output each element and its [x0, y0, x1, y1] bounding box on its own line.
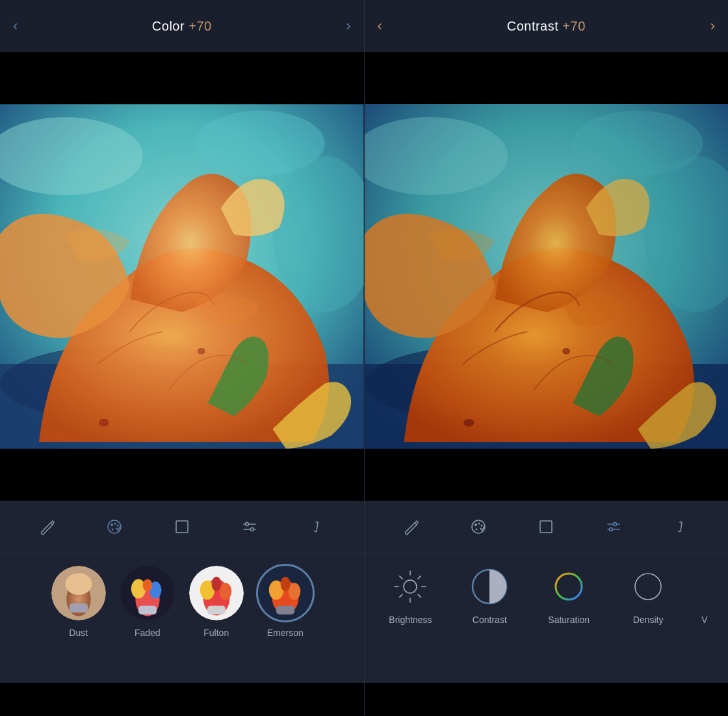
svg-line-66	[418, 594, 421, 597]
right-title-value: +70	[562, 19, 585, 33]
sliders-icon[interactable]	[235, 512, 264, 541]
adjust-v[interactable]: V	[695, 564, 714, 625]
svg-point-70	[556, 574, 582, 600]
svg-line-65	[400, 576, 402, 579]
svg-point-17	[245, 523, 248, 526]
adjust-density[interactable]: Density	[616, 564, 681, 625]
left-header: ‹ Color +70 ›	[0, 0, 364, 52]
right-black-bar-bottom	[365, 449, 729, 501]
left-bottom-panel: Dust Faded	[0, 553, 364, 683]
svg-rect-34	[207, 606, 226, 615]
svg-point-47	[463, 419, 474, 427]
right-nav-prev[interactable]: ‹	[378, 18, 382, 34]
svg-point-21	[65, 573, 92, 595]
filter-fulton-circle	[187, 564, 246, 622]
svg-point-9	[110, 524, 113, 526]
svg-point-6	[99, 419, 109, 427]
svg-point-32	[219, 583, 231, 600]
svg-point-48	[562, 348, 570, 354]
svg-point-51	[478, 523, 480, 525]
canvas-icon[interactable]	[168, 512, 196, 541]
right-flower-image	[365, 104, 729, 449]
left-flower-svg	[0, 104, 364, 449]
right-panel: ‹ Contrast +70 ›	[365, 0, 729, 716]
svg-point-53	[480, 528, 482, 530]
saturation-icon-wrapper	[546, 564, 592, 609]
right-header: ‹ Contrast +70 ›	[365, 0, 729, 52]
left-flower-image	[0, 104, 364, 449]
density-svg	[629, 567, 668, 606]
adjust-saturation[interactable]: Saturation	[536, 564, 601, 625]
svg-point-54	[476, 529, 478, 531]
svg-point-7	[198, 348, 205, 354]
text-icon[interactable]	[303, 512, 332, 541]
filter-faded[interactable]: Faded	[118, 564, 177, 638]
right-bottom-panel: Brightness Contrast	[365, 553, 729, 683]
svg-rect-14	[176, 521, 188, 533]
contrast-svg	[467, 564, 512, 609]
svg-point-10	[114, 523, 116, 525]
filter-faded-label: Faded	[135, 628, 161, 638]
svg-point-60	[404, 580, 417, 593]
filter-fulton-label: Fulton	[203, 628, 229, 638]
svg-point-12	[116, 528, 118, 530]
svg-point-8	[108, 520, 121, 533]
svg-point-27	[142, 579, 152, 592]
filter-fulton[interactable]: Fulton	[187, 564, 246, 638]
right-panel-title: Contrast +70	[507, 19, 586, 34]
svg-point-52	[481, 525, 483, 527]
svg-point-71	[635, 574, 661, 600]
v-label: V	[701, 615, 707, 625]
saturation-label: Saturation	[548, 615, 590, 625]
filter-emerson-circle	[256, 564, 315, 622]
brightness-svg	[391, 567, 430, 606]
density-label: Density	[633, 615, 664, 625]
left-nav-prev[interactable]: ‹	[13, 18, 18, 34]
right-brush-icon[interactable]	[396, 512, 425, 541]
brush-icon[interactable]	[32, 512, 61, 541]
left-panel-title: Color +70	[152, 19, 212, 34]
left-black-bar-bottom	[0, 449, 364, 501]
right-sliders-icon[interactable]	[599, 512, 628, 541]
left-toolbar	[0, 501, 364, 553]
left-title-text: Color	[152, 19, 185, 33]
brightness-icon-wrapper	[387, 564, 433, 609]
filter-row: Dust Faded	[49, 564, 315, 638]
svg-point-39	[280, 577, 290, 591]
svg-point-59	[610, 528, 613, 531]
svg-point-18	[250, 528, 254, 531]
svg-line-67	[418, 576, 421, 579]
contrast-label: Contrast	[473, 615, 507, 625]
right-toolbar	[365, 501, 729, 553]
right-canvas-icon[interactable]	[532, 512, 560, 541]
adjust-row: Brightness Contrast	[365, 564, 729, 625]
left-nav-next[interactable]: ›	[346, 18, 350, 34]
density-icon-wrapper	[625, 564, 671, 609]
contrast-icon-wrapper	[467, 564, 512, 609]
filter-dust-label: Dust	[69, 628, 88, 638]
v-icon-wrapper	[695, 564, 714, 609]
svg-rect-22	[70, 603, 88, 613]
left-panel: ‹ Color +70 ›	[0, 0, 364, 716]
svg-rect-40	[276, 606, 294, 615]
brightness-label: Brightness	[389, 615, 432, 625]
right-palette-icon[interactable]	[464, 512, 493, 541]
right-black-bar-top	[365, 52, 729, 104]
svg-point-33	[211, 577, 221, 591]
filter-emerson-label: Emerson	[267, 628, 304, 638]
filter-dust[interactable]: Dust	[49, 564, 108, 638]
svg-point-49	[472, 520, 485, 533]
right-nav-next[interactable]: ›	[710, 18, 715, 34]
saturation-svg	[549, 567, 588, 606]
filter-emerson[interactable]: Emerson	[256, 564, 315, 638]
adjust-contrast[interactable]: Contrast	[457, 564, 522, 625]
left-black-bar-top	[0, 52, 364, 104]
right-text-icon[interactable]	[667, 512, 696, 541]
svg-rect-28	[138, 606, 157, 615]
palette-icon[interactable]	[100, 512, 129, 541]
filter-dust-circle	[49, 564, 108, 622]
adjust-brightness[interactable]: Brightness	[378, 564, 443, 625]
right-flower-svg	[365, 104, 729, 449]
svg-rect-55	[540, 521, 552, 533]
svg-line-68	[400, 594, 402, 597]
